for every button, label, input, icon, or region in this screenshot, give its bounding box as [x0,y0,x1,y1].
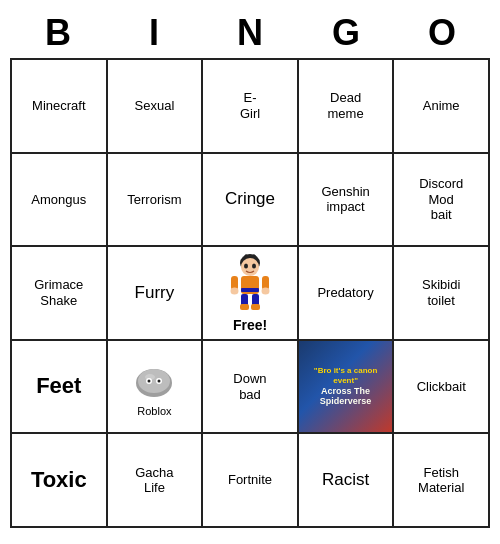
bingo-letter-o: O [394,8,490,58]
svg-rect-12 [240,304,249,310]
bingo-cell-r0-c0: Minecraft [12,60,108,154]
bingo-cell-r1-c2: Cringe [203,154,299,248]
bingo-letter-b: B [10,8,106,58]
bingo-cell-r3-c2: Down bad [203,341,299,435]
bingo-cell-r1-c1: Terrorism [108,154,204,248]
free-label: Free! [233,317,267,334]
bingo-header: BINGO [10,8,490,58]
bingo-letter-g: G [298,8,394,58]
bingo-cell-r2-c4: Skibidi toilet [394,247,490,341]
bingo-card: BINGO MinecraftSexualE- GirlDead memeAni… [10,8,490,528]
bingo-letter-i: I [106,8,202,58]
svg-point-24 [158,380,161,383]
svg-rect-13 [251,304,260,310]
bingo-cell-r0-c2: E- Girl [203,60,299,154]
bingo-grid: MinecraftSexualE- GirlDead memeAnimeAmon… [10,58,490,528]
bingo-cell-r4-c4: Fetish Material [394,434,490,528]
bingo-cell-r2-c2: Free! [203,247,299,341]
bingo-cell-r1-c3: Genshin impact [299,154,395,248]
bingo-cell-r0-c4: Anime [394,60,490,154]
bingo-letter-n: N [202,8,298,58]
bingo-cell-r3-c0: Feet [12,341,108,435]
bingo-cell-r3-c1: Roblox [108,341,204,435]
bingo-cell-r3-c3: "Bro it's a canon event"Across The Spide… [299,341,395,435]
bingo-cell-r4-c3: Racist [299,434,395,528]
svg-point-16 [230,287,238,294]
bingo-cell-r2-c1: Furry [108,247,204,341]
svg-point-5 [241,258,259,276]
svg-point-19 [138,369,170,393]
svg-point-23 [148,380,151,383]
bingo-cell-r1-c0: Amongus [12,154,108,248]
bingo-cell-r1-c4: Discord Mod bait [394,154,490,248]
svg-point-6 [244,263,248,268]
bingo-cell-r4-c1: Gacha Life [108,434,204,528]
bingo-cell-r0-c1: Sexual [108,60,204,154]
bingo-cell-r4-c0: Toxic [12,434,108,528]
bingo-cell-r0-c3: Dead meme [299,60,395,154]
bingo-cell-r3-c4: Clickbait [394,341,490,435]
svg-point-17 [261,287,269,294]
bingo-cell-r4-c2: Fortnite [203,434,299,528]
bingo-cell-r2-c0: Grimace Shake [12,247,108,341]
svg-point-7 [252,263,256,268]
bingo-cell-r2-c3: Predatory [299,247,395,341]
svg-rect-9 [241,288,259,292]
